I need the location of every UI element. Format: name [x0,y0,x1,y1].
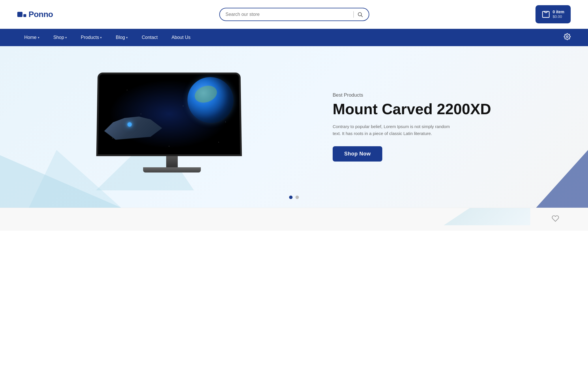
hero-title: Mount Carved 2200XD [333,101,565,117]
navbar: Home ▾ Shop ▾ Products ▾ Blog ▾ Contact … [0,29,588,46]
svg-line-1 [361,15,362,17]
hero-content: Best Products Mount Carved 2200XD Contra… [0,61,588,193]
chevron-down-icon: ▾ [38,36,40,40]
nav-item-shop[interactable]: Shop ▾ [46,29,74,46]
search-icon [357,12,363,17]
logo[interactable]: Ponno [17,10,53,19]
nav-items: Home ▾ Shop ▾ Products ▾ Blog ▾ Contact … [17,29,564,46]
svg-point-3 [566,36,568,37]
cart-price: $0.00 [553,14,562,19]
hero-text-section: Best Products Mount Carved 2200XD Contra… [321,92,565,162]
monitor-screen-inner [98,74,240,155]
search-bar [219,8,369,21]
hero-description: Contrary to popular belief, Lorem Ipsum … [333,123,454,137]
svg-rect-2 [542,11,549,17]
nav-item-contact[interactable]: Contact [135,29,164,46]
chevron-down-icon: ▾ [65,36,67,40]
settings-icon[interactable] [564,33,571,42]
carousel-dots [289,196,299,199]
shop-now-button[interactable]: Shop Now [333,146,382,162]
cart-info: 0 item $0.00 [553,9,564,19]
hero-subtitle: Best Products [333,92,565,98]
search-divider [353,11,354,18]
search-button[interactable] [357,12,363,17]
hero-image-section [23,72,321,182]
monitor-screen [96,73,242,156]
cart-items-count: 0 item [553,9,564,14]
carousel-dot-1[interactable] [289,196,293,199]
monitor-stand-neck [166,156,178,167]
chevron-down-icon: ▾ [100,36,102,40]
planet-graphic [188,77,234,123]
monitor-stand-base [143,167,201,172]
monitor-container [97,72,247,182]
below-fold-shape [444,208,530,225]
logo-icon [17,12,26,17]
carousel-dot-2[interactable] [295,196,299,199]
nav-item-about[interactable]: About Us [164,29,197,46]
logo-square-2 [23,14,26,17]
wishlist-icon[interactable] [552,215,559,224]
cart-icon [542,10,550,18]
site-header: Ponno 0 item $0.00 [0,0,588,29]
nav-item-home[interactable]: Home ▾ [17,29,46,46]
logo-square-1 [17,12,23,17]
nav-item-blog[interactable]: Blog ▾ [109,29,135,46]
chevron-down-icon: ▾ [126,36,128,40]
below-fold [0,208,588,231]
nav-item-products[interactable]: Products ▾ [74,29,109,46]
cart-button[interactable]: 0 item $0.00 [535,5,571,23]
search-input[interactable] [226,12,350,17]
logo-text: Ponno [29,10,53,19]
hero-section: Best Products Mount Carved 2200XD Contra… [0,46,588,208]
